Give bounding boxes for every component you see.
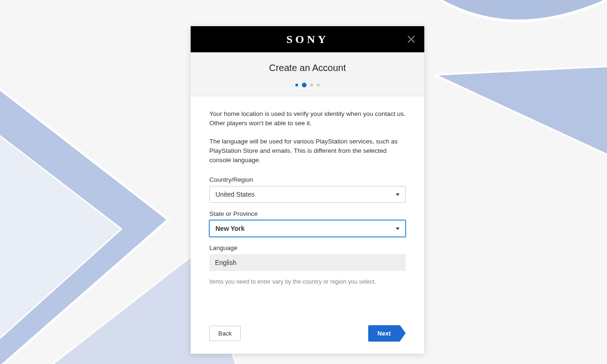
- modal-footer: Back Next: [191, 325, 424, 354]
- state-label: State or Province: [209, 210, 406, 217]
- page-title: Create an Account: [200, 63, 415, 73]
- back-button[interactable]: Back: [209, 326, 241, 341]
- intro-text-2: The language will be used for various Pl…: [209, 137, 406, 165]
- arrow-right-icon: [400, 325, 406, 341]
- form-area: Your home location is used to verify you…: [191, 96, 424, 298]
- next-button-label[interactable]: Next: [368, 325, 400, 342]
- field-language: Language English: [209, 244, 406, 271]
- next-button[interactable]: Next: [368, 325, 406, 342]
- language-value: English: [215, 259, 236, 266]
- title-area: Create an Account: [191, 52, 424, 96]
- progress-dot-4: [317, 84, 320, 86]
- field-state: State or Province New York: [209, 210, 406, 237]
- sony-logo: SONY: [286, 33, 329, 46]
- state-value: New York: [215, 225, 396, 232]
- modal-header: SONY: [191, 26, 424, 52]
- country-select[interactable]: United States: [209, 186, 406, 203]
- close-icon[interactable]: [407, 35, 416, 44]
- progress-dot-2: [302, 83, 307, 87]
- hint-text: Items you need to enter vary by the coun…: [209, 278, 406, 285]
- create-account-modal: SONY Create an Account Your home locatio…: [191, 26, 424, 354]
- progress-dot-3: [310, 84, 313, 86]
- intro-text-1: Your home location is used to verify you…: [209, 109, 406, 128]
- progress-dots: [200, 83, 415, 87]
- field-country: Country/Region United States: [209, 176, 406, 203]
- country-label: Country/Region: [209, 176, 406, 183]
- progress-dot-1: [295, 84, 298, 86]
- chevron-down-icon: [396, 228, 400, 230]
- language-label: Language: [209, 244, 406, 251]
- language-readonly: English: [209, 254, 406, 271]
- country-value: United States: [215, 191, 396, 198]
- state-select[interactable]: New York: [209, 220, 406, 237]
- chevron-down-icon: [396, 193, 400, 196]
